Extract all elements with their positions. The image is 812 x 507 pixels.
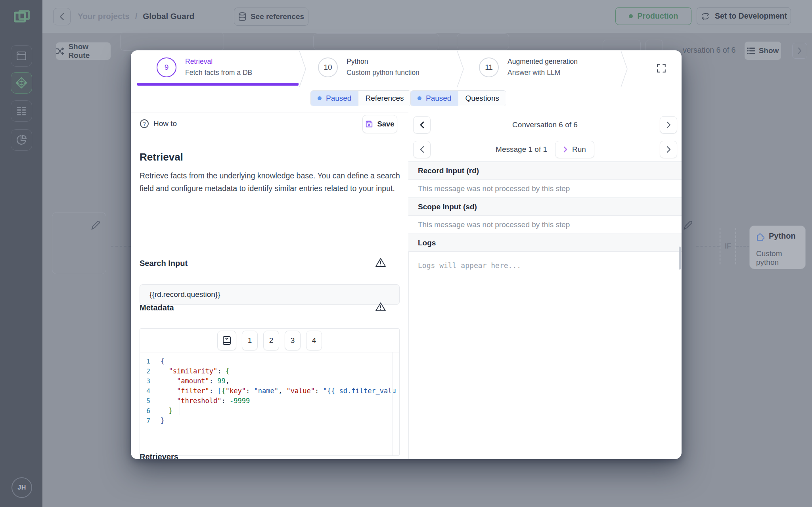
- how-to-label: How to: [153, 119, 177, 128]
- production-label: Production: [638, 11, 678, 21]
- editor-shortcut-2-button[interactable]: 2: [263, 331, 279, 350]
- active-step-underline: [137, 83, 299, 86]
- logs-section-header[interactable]: Logs: [408, 234, 682, 252]
- how-to-row: ? How to Save: [131, 113, 408, 137]
- database-icon: [238, 12, 246, 21]
- stepper: 9 Retrieval Fetch facts from a DB 10 Pyt…: [131, 50, 682, 88]
- indent-guide: [180, 367, 180, 415]
- editor-shortcut-4-button[interactable]: 4: [306, 331, 322, 350]
- code-line[interactable]: 2 "similarity": {: [140, 366, 399, 376]
- tab-group-questions: Paused Questions: [410, 90, 506, 106]
- code-editor-area[interactable]: 1{2 "similarity": {3 "amount": 99,4 "fil…: [140, 352, 399, 455]
- connector-dashed-line: [736, 246, 749, 247]
- python-node-subtitle: Custom python: [756, 249, 805, 267]
- production-badge[interactable]: Production: [615, 7, 691, 25]
- line-number: 4: [140, 386, 161, 396]
- sidebar-item-projects[interactable]: [11, 45, 32, 67]
- set-to-development-button[interactable]: Set to Development: [697, 7, 791, 25]
- gutter-separator: [171, 356, 171, 427]
- fullscreen-button[interactable]: [652, 59, 671, 78]
- production-dot-icon: [629, 14, 633, 18]
- edit-pencil-icon[interactable]: [683, 220, 693, 231]
- code-line[interactable]: 5 "threshold": -9999: [140, 396, 399, 406]
- step-number-badge: 11: [479, 57, 499, 77]
- code-line[interactable]: 6 }: [140, 406, 399, 416]
- editor-toolbar: 1 2 3 4: [140, 329, 399, 352]
- tab-label: References: [365, 94, 404, 103]
- stepper-step-python[interactable]: 10 Python Custom python function: [318, 57, 419, 77]
- tab-status-label: Paused: [326, 94, 351, 103]
- sidebar-item-lists[interactable]: [11, 100, 32, 122]
- search-input-value: {{rd.record.question}}: [149, 290, 220, 299]
- see-references-button[interactable]: See references: [234, 8, 308, 26]
- record-input-empty-message: This message was not processed by this s…: [408, 180, 682, 198]
- code-line[interactable]: 7}: [140, 416, 399, 426]
- tab-references[interactable]: References: [358, 91, 410, 106]
- ghost-node-outline: [313, 33, 439, 50]
- app-stage: JH Your projects / Global Guard See refe…: [0, 0, 812, 507]
- see-references-label: See references: [251, 12, 304, 21]
- app-logo-icon[interactable]: [14, 10, 30, 23]
- next-conversation-button[interactable]: [660, 116, 677, 134]
- set-to-development-label: Set to Development: [715, 11, 787, 21]
- step-subtitle: Fetch facts from a DB: [185, 69, 252, 77]
- how-to-link[interactable]: ? How to: [140, 119, 177, 128]
- code-line[interactable]: 3 "amount": 99,: [140, 376, 399, 386]
- browser-window-icon: [16, 51, 27, 61]
- run-button[interactable]: Run: [555, 141, 594, 158]
- breadcrumb-root[interactable]: Your projects: [78, 11, 130, 21]
- sidebar-item-analytics[interactable]: [11, 129, 32, 151]
- list-icon: [747, 47, 755, 54]
- stepper-step-augmented-generation[interactable]: 11 Augmented generation Answer with LLM: [479, 57, 578, 77]
- show-route-label: Show Route: [68, 42, 111, 60]
- python-node-title: Python: [769, 231, 796, 241]
- next-conversation-ghost-button[interactable]: [792, 43, 807, 59]
- tab-paused-questions[interactable]: Paused: [411, 91, 458, 106]
- line-number: 6: [140, 406, 161, 416]
- metadata-label: Metadata: [140, 303, 174, 312]
- message-counter: Message 1 of 1: [496, 145, 547, 154]
- columns-list-icon: [16, 106, 27, 116]
- record-input-section-header[interactable]: Record Input (rd): [408, 162, 682, 180]
- insert-variable-button[interactable]: [217, 331, 236, 350]
- tab-paused-references[interactable]: Paused: [311, 91, 358, 106]
- metadata-editor: 1 2 3 4 1{2 "similarity": {3 "amount": 9…: [140, 328, 400, 456]
- save-button[interactable]: Save: [362, 115, 397, 133]
- step-title: Augmented generation: [508, 57, 578, 66]
- line-number: 5: [140, 396, 161, 406]
- warning-triangle-icon[interactable]: [375, 302, 386, 312]
- help-circle-icon: ?: [140, 119, 149, 128]
- right-pane-scrollbar-thumb[interactable]: [679, 247, 681, 270]
- search-input-field[interactable]: {{rd.record.question}}: [140, 284, 400, 305]
- swap-arrows-icon: [701, 12, 710, 20]
- step-number-badge: 9: [157, 57, 176, 77]
- step-config-modal: 9 Retrieval Fetch facts from a DB 10 Pyt…: [131, 50, 682, 459]
- stepper-step-retrieval[interactable]: 9 Retrieval Fetch facts from a DB: [157, 57, 252, 77]
- code-line[interactable]: 4 "filter": [{"key": "name", "value": "{…: [140, 386, 399, 396]
- next-message-button[interactable]: [660, 141, 677, 158]
- editor-shortcut-3-button[interactable]: 3: [285, 331, 301, 350]
- tab-questions[interactable]: Questions: [458, 91, 506, 106]
- warning-triangle-icon[interactable]: [375, 257, 386, 268]
- conversation-nav-row: Conversation 6 of 6: [408, 113, 682, 137]
- ghost-node-outline: [120, 33, 224, 51]
- breadcrumb: Your projects / Global Guard: [78, 11, 194, 21]
- editor-scrollbar-track[interactable]: [393, 352, 393, 455]
- scope-input-section-header[interactable]: Scope Input (sd): [408, 198, 682, 216]
- sidebar-item-workflow[interactable]: [11, 72, 32, 94]
- line-number: 2: [140, 366, 161, 376]
- back-button[interactable]: [53, 8, 71, 25]
- code-line[interactable]: 1{: [140, 356, 399, 366]
- save-label: Save: [377, 120, 394, 128]
- python-node[interactable]: Python Custom python: [749, 226, 806, 269]
- connector-dashed-line: [696, 246, 720, 247]
- route-icon: [56, 48, 64, 55]
- puzzle-icon: [756, 232, 765, 241]
- edit-pencil-icon[interactable]: [90, 220, 101, 231]
- show-route-button[interactable]: Show Route: [56, 42, 111, 60]
- step-heading: Retrieval: [140, 151, 183, 163]
- show-conversations-button[interactable]: Show: [744, 41, 781, 60]
- editor-shortcut-1-button[interactable]: 1: [242, 331, 258, 350]
- message-nav-row: Message 1 of 1 Run: [408, 137, 682, 162]
- user-avatar[interactable]: JH: [11, 477, 32, 498]
